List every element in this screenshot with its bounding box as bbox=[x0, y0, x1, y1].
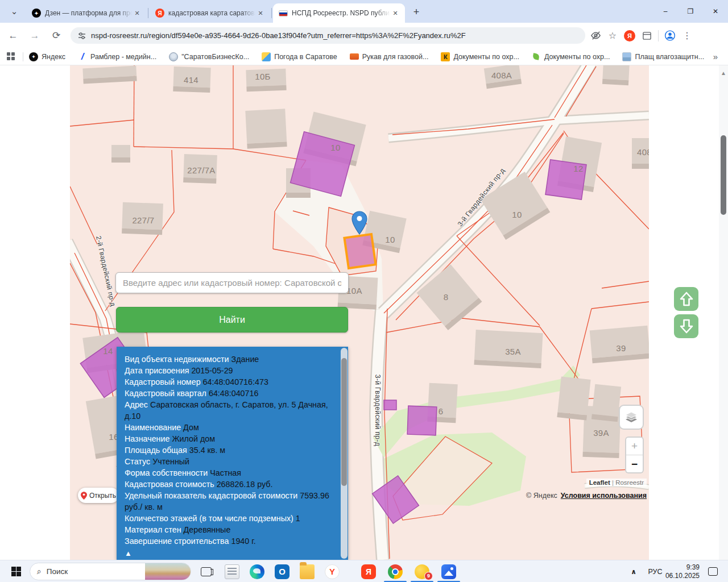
zoom-out-button[interactable]: − bbox=[626, 455, 643, 473]
info-row: Кадастровый квартал 64:48:040716 bbox=[125, 388, 333, 399]
start-button[interactable] bbox=[5, 560, 27, 582]
bookmark-item[interactable]: Рамблер - медийн... bbox=[78, 52, 156, 61]
open-button-label: Открыть bbox=[89, 492, 116, 500]
tray-clock[interactable]: 9:39 06.10.2025 bbox=[664, 560, 700, 582]
panel-scrollbar[interactable] bbox=[341, 348, 348, 559]
zoom-in-button[interactable]: + bbox=[626, 438, 643, 455]
privacy-eye-off-icon[interactable] bbox=[590, 30, 601, 41]
pan-down-button[interactable] bbox=[674, 314, 698, 338]
leaf-icon bbox=[532, 52, 541, 61]
bookmark-item[interactable]: "СаратовБизнесКо... bbox=[169, 52, 249, 61]
yandex-extension-icon[interactable]: Я bbox=[624, 30, 635, 41]
taskbar-app-edge[interactable] bbox=[246, 560, 268, 582]
taskbar-search-label: Поиск bbox=[47, 567, 145, 576]
leaflet-link[interactable]: Leaflet bbox=[589, 479, 610, 486]
taskbar: ⌕ Поиск 9 ∧ РУС 9:39 06.10.2025 bbox=[0, 560, 728, 582]
bookmark-label: Яндекс bbox=[42, 53, 65, 61]
panel-scrollbar-thumb[interactable] bbox=[341, 358, 347, 486]
parcel-label: 6 bbox=[439, 406, 444, 416]
parcel-label: 8 bbox=[444, 292, 449, 302]
profile-avatar-icon[interactable] bbox=[664, 30, 676, 41]
info-row: Адрес Саратовская область, г. Саратов, у… bbox=[125, 399, 333, 422]
info-row: Назначение Жилой дом bbox=[125, 433, 333, 444]
browser-tab[interactable]: кадастровая карта саратова пу✕ bbox=[150, 3, 270, 23]
info-row: Наименование Дом bbox=[125, 422, 333, 433]
windows-logo-icon bbox=[11, 567, 21, 576]
bookmark-label: Документы по охр... bbox=[544, 53, 610, 61]
new-tab-button[interactable]: + bbox=[408, 4, 424, 20]
apps-grid-icon[interactable] bbox=[7, 52, 16, 61]
zoom-control: + − bbox=[625, 436, 644, 473]
restore-button[interactable]: ❐ bbox=[678, 0, 703, 23]
info-row: Завершение строительства 1940 г. bbox=[125, 535, 333, 547]
object-info-panel: Вид объекта недвижимости ЗданиеДата прис… bbox=[117, 347, 348, 560]
window-controls: – ❐ ✕ bbox=[653, 0, 728, 23]
bookmarks-overflow-icon[interactable]: » bbox=[713, 52, 718, 61]
taskbar-app-outlook[interactable] bbox=[271, 560, 293, 582]
bookmark-item[interactable]: Документы по охр... bbox=[441, 52, 519, 61]
browser-tab[interactable]: Дзен — платформа для просм✕ bbox=[26, 3, 147, 23]
info-row: Дата присвоения 2015-05-29 bbox=[125, 365, 333, 376]
terms-link[interactable]: Условия использования bbox=[561, 492, 647, 500]
rambler-icon bbox=[78, 52, 87, 61]
bookmark-item[interactable]: Погода в Саратове bbox=[262, 52, 337, 61]
street-label: 3-й Гвардейский пр-д bbox=[374, 375, 382, 446]
search-icon: ⌕ bbox=[37, 567, 42, 576]
bookmark-label: Плащ влагозащитн... bbox=[635, 53, 704, 61]
search-input[interactable] bbox=[115, 272, 349, 293]
search-highlight-image[interactable] bbox=[145, 563, 191, 580]
menu-icon[interactable]: ⋮ bbox=[681, 30, 693, 41]
red-pin-icon bbox=[81, 492, 87, 500]
layers-control[interactable] bbox=[619, 405, 644, 430]
toolbar-icons: ☆ Я ⋮ bbox=[590, 30, 693, 41]
provider-link[interactable]: Rosreestr bbox=[615, 479, 644, 486]
taskbar-app-photos[interactable] bbox=[437, 560, 460, 582]
bookmark-label: Погода в Саратове bbox=[274, 53, 337, 61]
task-view-button[interactable] bbox=[196, 560, 216, 582]
scrollbar-up-arrow[interactable]: ▲ bbox=[721, 70, 726, 76]
taskbar-app-document[interactable] bbox=[221, 560, 243, 582]
info-row: Кадастровый номер 64:48:040716:473 bbox=[125, 376, 333, 388]
tray-language[interactable]: РУС bbox=[644, 560, 667, 582]
task-view-icon bbox=[201, 567, 212, 576]
minimize-button[interactable]: – bbox=[653, 0, 678, 23]
down-arrow-icon bbox=[679, 319, 694, 334]
find-button[interactable]: Найти bbox=[116, 307, 348, 332]
scrollbar-thumb[interactable] bbox=[721, 135, 726, 215]
taskbar-app-yandex[interactable] bbox=[357, 560, 380, 582]
taskbar-app-notifications[interactable]: 9 bbox=[411, 560, 433, 582]
document-app-icon bbox=[225, 564, 239, 579]
tab-close-icon[interactable]: ✕ bbox=[255, 8, 266, 18]
browser-tab[interactable]: НСПД Росреестр. NSPD публи✕ bbox=[273, 3, 405, 23]
bookmark-star-icon[interactable]: ☆ bbox=[607, 30, 618, 41]
close-button[interactable]: ✕ bbox=[703, 0, 728, 23]
open-button[interactable]: Открыть bbox=[78, 488, 119, 503]
taskbar-app-yandex-browser[interactable] bbox=[321, 560, 344, 582]
pan-up-button[interactable] bbox=[674, 287, 698, 311]
bookmark-item[interactable]: Документы по охр... bbox=[532, 52, 610, 61]
extension-icon[interactable] bbox=[641, 30, 652, 41]
site-settings-icon[interactable] bbox=[77, 31, 86, 40]
forward-button[interactable]: → bbox=[26, 27, 43, 44]
notification-icon bbox=[708, 567, 718, 576]
bookmark-item[interactable]: Плащ влагозащитн... bbox=[622, 52, 704, 61]
tab-close-icon[interactable]: ✕ bbox=[132, 8, 142, 18]
taskbar-app-explorer[interactable] bbox=[296, 560, 318, 582]
taskbar-search[interactable]: ⌕ Поиск bbox=[30, 563, 191, 580]
tab-search-button[interactable]: ⌄ bbox=[5, 2, 24, 20]
outlook-icon bbox=[275, 564, 289, 579]
reload-button[interactable]: ⟳ bbox=[48, 27, 65, 44]
info-row: Количество этажей (в том числе подземных… bbox=[125, 513, 333, 524]
notification-center-button[interactable] bbox=[704, 560, 721, 582]
tray-expand-button[interactable]: ∧ bbox=[626, 560, 642, 582]
address-bar[interactable]: nspd-rosreestr.ru/region/df594e0e-a935-4… bbox=[71, 27, 585, 44]
tab-close-icon[interactable]: ✕ bbox=[390, 8, 400, 18]
bookmark-item[interactable]: Рукав для газовой... bbox=[350, 53, 429, 61]
panel-scroll-up-icon[interactable]: ▲ bbox=[125, 549, 132, 558]
parcel-label: 10A bbox=[346, 286, 362, 296]
bookmark-item[interactable]: Яндекс bbox=[29, 52, 65, 61]
page-scrollbar[interactable]: ▲ bbox=[719, 65, 728, 560]
info-row: Площадь общая 35.4 кв. м bbox=[125, 444, 333, 456]
back-button[interactable]: ← bbox=[5, 27, 22, 44]
taskbar-app-chrome[interactable] bbox=[384, 560, 407, 582]
